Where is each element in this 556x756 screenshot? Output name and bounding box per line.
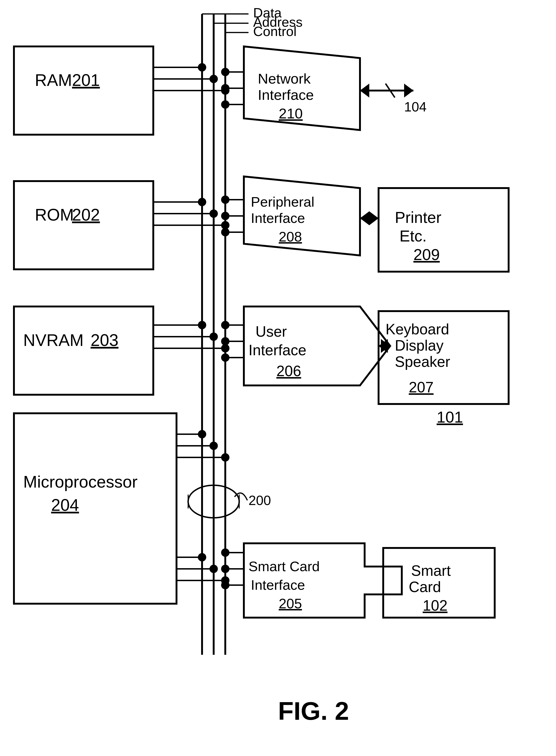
svg-point-33 <box>209 565 218 573</box>
control-label: Control <box>253 24 297 39</box>
rom-box <box>14 181 153 269</box>
svg-point-69 <box>221 565 230 573</box>
svg-point-15 <box>209 209 218 218</box>
peripheral-interface-label1: Peripheral <box>251 194 314 210</box>
svg-point-13 <box>198 198 206 206</box>
svg-point-56 <box>221 321 230 329</box>
svg-point-39 <box>221 84 230 93</box>
printer-label2: Etc. <box>399 227 427 245</box>
svg-point-27 <box>209 442 218 450</box>
user-interface-label1: User <box>255 323 287 340</box>
svg-point-29 <box>221 453 230 462</box>
svg-point-21 <box>209 332 218 341</box>
svg-point-41 <box>221 100 230 109</box>
svg-point-37 <box>221 68 230 76</box>
svg-marker-44 <box>404 83 413 98</box>
ram-label: RAM <box>35 71 72 89</box>
diagram-container: Data Address Control RAM 201 ROM 202 NVR… <box>0 0 556 756</box>
svg-marker-54 <box>369 211 379 225</box>
network-interface-label2: Interface <box>258 87 314 103</box>
svg-point-19 <box>198 321 206 329</box>
fig-label: FIG. 2 <box>278 696 349 725</box>
svg-point-58 <box>221 337 230 346</box>
keyboard-number: 207 <box>409 379 433 396</box>
svg-point-51 <box>221 228 230 237</box>
rom-number: 202 <box>72 206 100 224</box>
smart-card-label1: Smart <box>411 562 451 579</box>
svg-point-49 <box>221 212 230 220</box>
sci-label2: Interface <box>251 577 305 593</box>
sci-label1: Smart Card <box>248 559 320 574</box>
network-interface-label1: Network <box>258 71 311 86</box>
printer-box <box>379 188 509 272</box>
network-interface-number: 210 <box>279 105 303 121</box>
smart-card-label2: Card <box>409 579 441 595</box>
svg-marker-53 <box>360 211 369 225</box>
smart-card-number: 102 <box>423 597 448 614</box>
keyboard-label3: Speaker <box>395 353 450 370</box>
svg-point-47 <box>221 195 230 204</box>
ram-number: 201 <box>72 71 100 89</box>
peripheral-interface-label2: Interface <box>251 210 305 226</box>
nvram-number: 203 <box>91 331 118 350</box>
microprocessor-number: 204 <box>51 496 79 514</box>
svg-point-60 <box>221 353 230 362</box>
svg-marker-43 <box>360 83 369 98</box>
sci-number: 205 <box>279 596 302 611</box>
svg-point-7 <box>198 63 206 72</box>
ram-box <box>14 46 153 135</box>
svg-point-67 <box>221 548 230 557</box>
user-interface-label2: Interface <box>248 342 306 359</box>
user-interface-number: 206 <box>276 363 301 380</box>
svg-point-9 <box>209 75 218 83</box>
peripheral-interface-number: 208 <box>279 229 302 245</box>
printer-label1: Printer <box>395 209 441 226</box>
svg-point-71 <box>221 581 230 589</box>
svg-point-25 <box>198 430 206 438</box>
microprocessor-label: Microprocessor <box>23 472 138 491</box>
svg-point-31 <box>198 553 206 562</box>
system-number-label: 101 <box>437 408 463 426</box>
network-label: 104 <box>404 99 427 114</box>
keyboard-label2: Display <box>395 337 444 354</box>
keyboard-label1: Keyboard <box>385 321 449 337</box>
nvram-box <box>14 307 153 395</box>
microprocessor-box <box>14 413 176 604</box>
rom-label: ROM <box>35 206 74 224</box>
printer-number: 209 <box>413 246 440 263</box>
bus-200-label: 200 <box>248 493 271 508</box>
nvram-label: NVRAM <box>23 331 83 350</box>
